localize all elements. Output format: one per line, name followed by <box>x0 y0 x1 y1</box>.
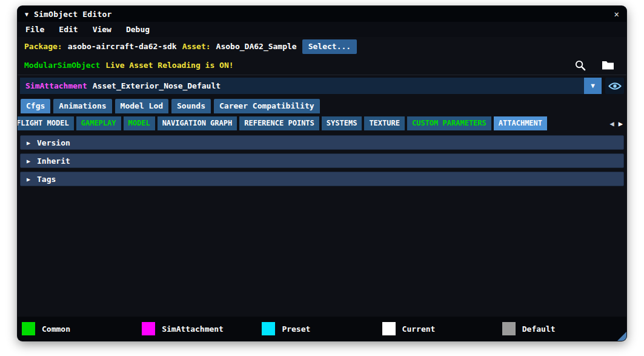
config-tab-custom-parameters[interactable]: CUSTOM PARAMETERS <box>407 116 491 130</box>
section-label-version: Version <box>37 138 70 147</box>
tab-career-compatibility[interactable]: Career Compatibility <box>214 99 320 113</box>
config-tab-texture[interactable]: TEXTURE <box>364 116 405 130</box>
config-tab-gameplay[interactable]: GAMEPLAY <box>76 116 121 130</box>
section-header-inherit[interactable]: ▶ Inherit <box>20 153 624 168</box>
primary-tab-bar: Cfgs Animations Model Lod Sounds Career … <box>18 96 626 113</box>
config-tab-attachment[interactable]: ATTACHMENT <box>494 116 547 130</box>
config-content: ▶ Version ▶ Inherit ▶ Tags <box>18 130 626 317</box>
attachment-selector[interactable]: SimAttachment Asset_Exterior_Nose_Defaul… <box>20 78 602 94</box>
legend-label-preset: Preset <box>282 324 310 334</box>
legend-swatch-default <box>502 322 516 335</box>
window-collapse-icon[interactable]: ▼ <box>25 11 28 18</box>
asset-value: Asobo_DA62_Sample <box>216 42 297 51</box>
expand-arrow-icon: ▶ <box>27 176 30 183</box>
legend-label-default: Default <box>522 324 556 334</box>
legend-item-simattachment: SimAttachment <box>142 322 262 335</box>
config-tab-flight-model[interactable]: FLIGHT MODEL <box>18 116 74 130</box>
legend-label-current: Current <box>402 324 436 334</box>
legend-item-common: Common <box>22 322 142 335</box>
menu-item-file[interactable]: File <box>25 25 44 34</box>
package-row: Package: asobo-aircraft-da62-sdk Asset: … <box>18 37 626 56</box>
section-label-tags: Tags <box>37 175 56 184</box>
menu-item-debug[interactable]: Debug <box>126 25 150 34</box>
menu-item-edit[interactable]: Edit <box>59 25 78 34</box>
eye-icon <box>608 82 622 90</box>
config-tab-bar: FLIGHT MODEL GAMEPLAY MODEL NAVIGATION G… <box>18 116 626 130</box>
header-icon-group <box>573 58 620 73</box>
attachment-row: SimAttachment Asset_Exterior_Nose_Defaul… <box>18 75 626 96</box>
section-header-tags[interactable]: ▶ Tags <box>20 172 624 186</box>
scroll-right-icon[interactable]: ▶ <box>619 119 623 128</box>
asset-label: Asset: <box>182 42 211 51</box>
status-row: ModularSimObject Live Asset Reloading is… <box>18 56 626 75</box>
tab-model-lod[interactable]: Model Lod <box>115 99 168 113</box>
legend-bar: Common SimAttachment Preset Current Defa… <box>18 317 626 341</box>
config-tab-systems[interactable]: SYSTEMS <box>322 116 362 130</box>
tab-scroll-arrows: ◀ ▶ <box>606 119 623 128</box>
simobject-editor-window: ▼ SimObject Editor ✕ File Edit View Debu… <box>18 6 626 341</box>
legend-item-current: Current <box>382 322 502 335</box>
expand-arrow-icon: ▶ <box>27 139 30 146</box>
legend-item-preset: Preset <box>262 322 382 335</box>
attachment-name: Asset_Exterior_Nose_Default <box>93 81 221 90</box>
menu-item-view[interactable]: View <box>93 25 111 34</box>
tab-animations[interactable]: Animations <box>53 99 111 113</box>
legend-label-simattachment: SimAttachment <box>162 324 224 334</box>
legend-swatch-simattachment <box>142 322 155 335</box>
object-type-label: ModularSimObject <box>24 61 100 70</box>
title-bar[interactable]: ▼ SimObject Editor ✕ <box>18 6 626 22</box>
tab-sounds[interactable]: Sounds <box>171 99 211 113</box>
legend-item-default: Default <box>502 322 622 335</box>
search-icon[interactable] <box>573 58 587 73</box>
visibility-toggle-button[interactable] <box>605 78 624 94</box>
section-header-version[interactable]: ▶ Version <box>20 135 624 150</box>
attachment-type-label: SimAttachment <box>25 81 87 90</box>
legend-swatch-current <box>382 322 396 335</box>
resize-grip[interactable] <box>617 332 626 341</box>
config-tab-navigation-graph[interactable]: NAVIGATION GRAPH <box>158 116 237 130</box>
tab-cfgs[interactable]: Cfgs <box>21 99 50 113</box>
legend-swatch-common <box>22 322 35 335</box>
attachment-dropdown-button[interactable]: ▼ <box>584 78 602 94</box>
package-label: Package: <box>24 42 62 51</box>
legend-swatch-preset <box>262 322 275 335</box>
package-value: asobo-aircraft-da62-sdk <box>68 42 177 51</box>
window-title: SimObject Editor <box>34 10 111 19</box>
legend-label-common: Common <box>42 324 70 334</box>
close-icon[interactable]: ✕ <box>614 9 619 19</box>
folder-icon[interactable] <box>600 58 615 73</box>
scroll-left-icon[interactable]: ◀ <box>610 119 614 128</box>
config-tab-model[interactable]: MODEL <box>124 116 155 130</box>
config-tab-reference-points[interactable]: REFERENCE POINTS <box>239 116 319 130</box>
menu-bar: File Edit View Debug <box>18 22 626 37</box>
chevron-down-icon: ▼ <box>591 82 595 90</box>
section-label-inherit: Inherit <box>37 156 70 166</box>
select-asset-button[interactable]: Select... <box>302 39 357 54</box>
expand-arrow-icon: ▶ <box>27 158 30 164</box>
live-reload-status: Live Asset Reloading is ON! <box>105 61 233 70</box>
